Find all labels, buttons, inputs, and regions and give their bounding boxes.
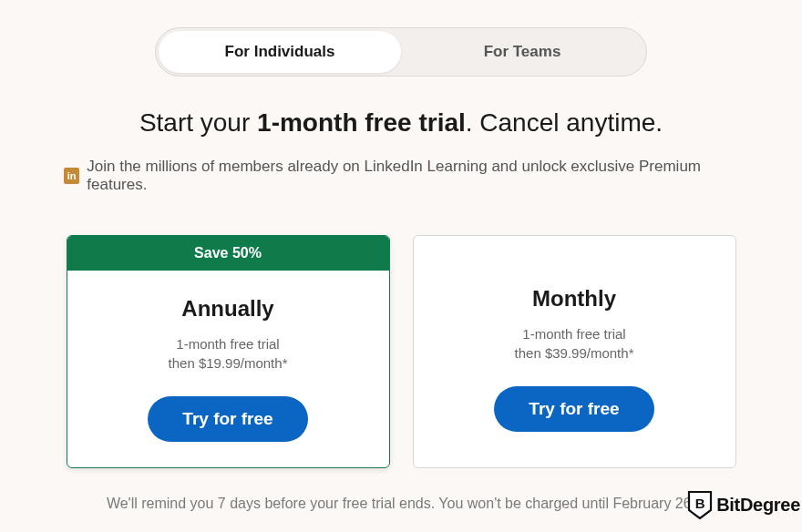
plan-price-annual: then $19.99/month* <box>169 353 288 373</box>
tabs-row: For Individuals For Teams <box>155 27 647 77</box>
plan-card-annual: Save 50% Annually 1-month free trial the… <box>67 235 390 468</box>
try-free-button-monthly[interactable]: Try for free <box>494 386 653 432</box>
headline-bold: 1-month free trial <box>257 108 466 137</box>
plan-price-monthly: then $39.99/month* <box>515 343 634 363</box>
save-banner: Save 50% <box>67 236 389 271</box>
tab-individuals[interactable]: For Individuals <box>159 31 401 73</box>
headline-prefix: Start your <box>139 108 257 137</box>
plan-card-monthly: Monthly 1-month free trial then $39.99/m… <box>413 235 736 468</box>
tab-teams[interactable]: For Teams <box>401 31 643 73</box>
headline-suffix: . Cancel anytime. <box>466 108 663 137</box>
subtext: Join the millions of members already on … <box>87 158 738 194</box>
subtext-row: in Join the millions of members already … <box>64 158 738 194</box>
plan-body-annual: Annually 1-month free trial then $19.99/… <box>67 271 389 467</box>
svg-text:B: B <box>695 496 705 511</box>
footer-note: We'll remind you 7 days before your free… <box>64 496 738 512</box>
plans-row: Save 50% Annually 1-month free trial the… <box>64 235 738 468</box>
plan-tabs: For Individuals For Teams <box>64 27 738 77</box>
plan-body-monthly: Monthly 1-month free trial then $39.99/m… <box>414 236 735 467</box>
plan-title-annual: Annually <box>181 296 273 322</box>
bitdegree-text: BitDegree <box>716 495 800 516</box>
page-headline: Start your 1-month free trial. Cancel an… <box>64 108 738 138</box>
try-free-button-annual[interactable]: Try for free <box>148 396 307 442</box>
plan-trial-monthly: 1-month free trial <box>522 324 625 343</box>
bitdegree-shield-icon: B <box>687 490 713 519</box>
plan-title-monthly: Monthly <box>532 286 616 312</box>
plan-trial-annual: 1-month free trial <box>176 334 279 353</box>
bitdegree-watermark: B BitDegree <box>687 490 800 519</box>
linkedin-badge-icon: in <box>64 168 79 184</box>
